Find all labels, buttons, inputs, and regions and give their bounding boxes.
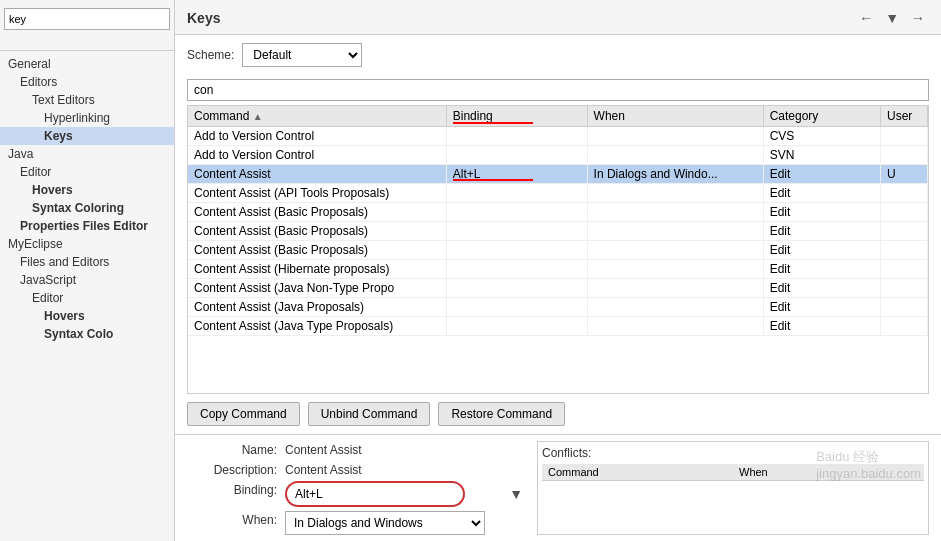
conflicts-col-command: Command (542, 464, 733, 480)
table-cell (446, 127, 587, 146)
dropdown-button[interactable]: ▼ (881, 8, 903, 28)
table-cell (881, 184, 928, 203)
table-cell (881, 146, 928, 165)
page-title: Keys (187, 10, 220, 26)
table-row[interactable]: Content Assist (Java Proposals)Edit (188, 298, 928, 317)
table-row[interactable]: Content Assist (Basic Proposals)Edit (188, 241, 928, 260)
sidebar-item-syntax-coloring[interactable]: Syntax Coloring (0, 199, 174, 217)
main-header: Keys ← ▼ → (175, 0, 941, 35)
table-cell (881, 279, 928, 298)
table-row[interactable]: Content Assist (Basic Proposals)Edit (188, 222, 928, 241)
conflicts-header-row: Command When (542, 464, 924, 481)
scheme-select[interactable]: Default (242, 43, 362, 67)
table-cell: Alt+L (446, 165, 587, 184)
table-cell: Content Assist (API Tools Proposals) (188, 184, 446, 203)
unbind-command-button[interactable]: Unbind Command (308, 402, 431, 426)
sidebar-item-myeclipse[interactable]: MyEclipse (0, 235, 174, 253)
table-row[interactable]: Content Assist (API Tools Proposals)Edit (188, 184, 928, 203)
table-cell (881, 222, 928, 241)
filter-input[interactable] (187, 79, 929, 101)
table-cell: Content Assist (Basic Proposals) (188, 241, 446, 260)
conflicts-panel: Conflicts: Command When (537, 441, 929, 535)
table-row[interactable]: Content Assist (Hibernate proposals)Edit (188, 260, 928, 279)
table-row[interactable]: Add to Version ControlSVN (188, 146, 928, 165)
description-value: Content Assist (285, 461, 529, 477)
sidebar-item-java[interactable]: Java (0, 145, 174, 163)
scheme-label: Scheme: (187, 48, 234, 62)
table-cell: Edit (763, 165, 880, 184)
table-cell (587, 146, 763, 165)
col-header-binding: Binding (446, 106, 587, 127)
sidebar-item-general[interactable]: General (0, 55, 174, 73)
table-cell (446, 279, 587, 298)
sidebar-item-editor[interactable]: Editor (0, 163, 174, 181)
table-cell: Edit (763, 260, 880, 279)
table-cell: SVN (763, 146, 880, 165)
table-cell: Content Assist (Java Type Proposals) (188, 317, 446, 336)
table-row[interactable]: Content Assist (Java Type Proposals)Edit (188, 317, 928, 336)
table-cell (587, 260, 763, 279)
sidebar: ✕ GeneralEditorsText EditorsHyperlinking… (0, 0, 175, 541)
table-cell: Content Assist (Hibernate proposals) (188, 260, 446, 279)
table-cell: Content Assist (Basic Proposals) (188, 222, 446, 241)
table-cell (446, 203, 587, 222)
binding-label: Binding: (187, 481, 277, 507)
table-cell: Content Assist (Basic Proposals) (188, 203, 446, 222)
table-row[interactable]: Content Assist (Java Non-Type PropoEdit (188, 279, 928, 298)
col-header-command: Command ▲ (188, 106, 446, 127)
table-cell: Edit (763, 203, 880, 222)
sidebar-item-syntax-colo[interactable]: Syntax Colo (0, 325, 174, 343)
sidebar-item-javascript[interactable]: JavaScript (0, 271, 174, 289)
sidebar-item-keys[interactable]: Keys (0, 127, 174, 145)
col-header-user: User (881, 106, 928, 127)
when-label: When: (187, 511, 277, 535)
table-cell (881, 260, 928, 279)
table-cell (881, 241, 928, 260)
table-row[interactable]: Content Assist (Basic Proposals)Edit (188, 203, 928, 222)
table-cell (587, 127, 763, 146)
table-cell (446, 184, 587, 203)
sidebar-item-hyperlinking[interactable]: Hyperlinking (0, 109, 174, 127)
table-cell (446, 146, 587, 165)
back-button[interactable]: ← (855, 8, 877, 28)
table-cell (446, 241, 587, 260)
when-wrap: In Dialogs and Windows (285, 511, 529, 535)
sidebar-item-hovers[interactable]: Hovers (0, 181, 174, 199)
table-cell: U (881, 165, 928, 184)
table-cell: Edit (763, 184, 880, 203)
sidebar-item-hovers2[interactable]: Hovers (0, 307, 174, 325)
commands-table: Command ▲ Binding When Category User Add… (188, 106, 928, 336)
table-cell: Edit (763, 241, 880, 260)
forward-button[interactable]: → (907, 8, 929, 28)
sidebar-item-editors[interactable]: Editors (0, 73, 174, 91)
sidebar-item-properties-files-editor[interactable]: Properties Files Editor (0, 217, 174, 235)
table-cell (587, 184, 763, 203)
conflicts-table-wrap: Command When (542, 464, 924, 481)
sidebar-item-files-and-editors[interactable]: Files and Editors (0, 253, 174, 271)
sidebar-search-input[interactable] (4, 8, 170, 30)
table-row[interactable]: Add to Version ControlCVS (188, 127, 928, 146)
table-row[interactable]: Content AssistAlt+LIn Dialogs and Windo.… (188, 165, 928, 184)
table-cell (587, 203, 763, 222)
binding-dropdown-icon[interactable]: ▼ (509, 486, 523, 502)
sidebar-item-text-editors[interactable]: Text Editors (0, 91, 174, 109)
button-row: Copy Command Unbind Command Restore Comm… (175, 394, 941, 434)
copy-command-button[interactable]: Copy Command (187, 402, 300, 426)
table-cell (446, 222, 587, 241)
name-label: Name: (187, 441, 277, 457)
tree-container: GeneralEditorsText EditorsHyperlinkingKe… (0, 55, 174, 343)
table-cell (587, 298, 763, 317)
table-cell (881, 317, 928, 336)
header-icons: ← ▼ → (855, 8, 929, 28)
table-body: Add to Version ControlCVSAdd to Version … (188, 127, 928, 336)
sidebar-item-editor2[interactable]: Editor (0, 289, 174, 307)
table-cell (446, 317, 587, 336)
restore-command-button[interactable]: Restore Command (438, 402, 565, 426)
main-panel: Keys ← ▼ → Scheme: Default Command ▲ Bin… (175, 0, 941, 541)
table-cell (881, 298, 928, 317)
binding-input[interactable] (285, 481, 465, 507)
details-pane: Name: Content Assist Conflicts: Command … (175, 434, 941, 541)
when-select[interactable]: In Dialogs and Windows (285, 511, 485, 535)
table-cell (587, 279, 763, 298)
scheme-row: Scheme: Default (175, 35, 941, 75)
